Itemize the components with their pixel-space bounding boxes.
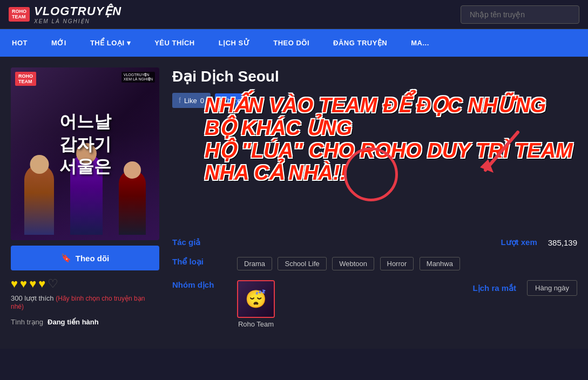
promo-arrow [469, 121, 534, 186]
arrow-overlay [469, 121, 534, 188]
views-label: Lượt xem [501, 238, 537, 247]
group-avatar[interactable]: 😴 [237, 280, 275, 318]
cover-title-kr: 어느날갑자기서울은 [54, 111, 117, 178]
star-1[interactable]: ♥ [11, 277, 18, 291]
svg-line-0 [485, 132, 518, 170]
tag-schoollife[interactable]: School Life [278, 257, 326, 270]
facebook-icon: f [179, 96, 181, 105]
nav-hot[interactable]: HOT [0, 29, 39, 57]
overlay-promo: NHẤN VÀO TEAM ĐỂ ĐỌC NHỮNG BỘ KHÁC ỦNG H… [205, 94, 577, 185]
star-5[interactable]: ♡ [48, 277, 58, 291]
genre-label: Thể loại [172, 257, 226, 267]
svg-marker-1 [480, 159, 494, 173]
star-3[interactable]: ♥ [29, 277, 36, 291]
like-label: Like [184, 97, 197, 105]
like-count: 0 [200, 97, 204, 105]
nav-dangtruyện[interactable]: ĐĂNG TRUYỆN [321, 29, 399, 57]
group-avatar-inner: 😴 [238, 281, 274, 317]
status-label: Tình trạng [11, 318, 43, 326]
nav-moi[interactable]: MỚI [39, 29, 78, 57]
logo[interactable]: ROHOTEAM VLOGTRUYỆN XEM LÀ NGHIỆN [9, 4, 121, 24]
left-panel: ROHOTEAM VLOGTRUYỆNXEM LÀ NGHIỆN 어느날갑자기서… [11, 67, 159, 338]
nav-theloai[interactable]: THỂ LOẠI [78, 29, 143, 57]
nav-more[interactable]: MA... [399, 29, 441, 57]
schedule-label: Lịch ra mắt [473, 283, 517, 293]
share-button[interactable]: Share [215, 93, 249, 108]
rating-stars[interactable]: ♥ ♥ ♥ ♥ ♡ [11, 277, 159, 291]
social-bar: f Like 0 Share [172, 93, 577, 108]
status-value: Đang tiến hành [48, 318, 99, 326]
rating-info: 300 lượt thích (Hãy bình chọn cho truyện… [11, 294, 159, 310]
manga-cover: ROHOTEAM VLOGTRUYỆNXEM LÀ NGHIỆN 어느날갑자기서… [11, 67, 159, 240]
star-2[interactable]: ♥ [20, 277, 27, 291]
manga-title: Đại Dịch Seoul [172, 67, 577, 85]
logo-tag-text: ROHOTEAM [12, 9, 26, 20]
header: ROHOTEAM VLOGTRUYỆN XEM LÀ NGHIỆN [0, 0, 588, 29]
meta-row-genre: Thể loại Drama School Life Webtoon Horro… [172, 257, 577, 270]
cover-label-vlog: VLOGTRUYỆNXEM LÀ NGHIỆN [121, 72, 155, 83]
tag-horror[interactable]: Horror [380, 257, 414, 270]
meta-row-group: Nhóm dịch 😴 Roho Team Lịch ra mắt Hàng n… [172, 280, 577, 328]
search-input[interactable] [461, 5, 579, 24]
status-row: Tình trạng Đang tiến hành [11, 318, 159, 326]
like-button[interactable]: f Like 0 [172, 93, 211, 108]
logo-text-block: VLOGTRUYỆN XEM LÀ NGHIỆN [34, 4, 121, 24]
tag-manhwa[interactable]: Manhwa [420, 257, 460, 270]
cover-label-roho: ROHOTEAM [15, 72, 36, 86]
star-4[interactable]: ♥ [38, 277, 45, 291]
overlay-line2: HỘ "LÚA" CHO ROHO DUY TRÌ TEAM NHA CẢ NH… [205, 140, 577, 185]
views-value: 385,139 [548, 238, 577, 247]
meta-row-author: Tác giả Lượt xem 385,139 [172, 238, 577, 247]
meta-section: Tác giả Lượt xem 385,139 Thể loại Drama … [172, 238, 577, 328]
follow-label: Theo dõi [76, 254, 110, 263]
red-circle-highlight [344, 147, 398, 201]
right-panel: Đại Dịch Seoul f Like 0 Share NHẤN VÀO T… [172, 67, 577, 338]
nav-yeuthich[interactable]: YÊU THÍCH [143, 29, 207, 57]
author-label: Tác giả [172, 238, 226, 247]
rating-count: 300 lượt thích [11, 294, 54, 302]
nav-theodoi[interactable]: THEO DÕI [261, 29, 321, 57]
main-content: ROHOTEAM VLOGTRUYỆNXEM LÀ NGHIỆN 어느날갑자기서… [0, 57, 588, 349]
logo-icon: ROHOTEAM [9, 7, 30, 22]
genre-tags: Drama School Life Webtoon Horror Manhwa [237, 257, 463, 270]
bookmark-icon: 🔖 [61, 253, 71, 263]
main-nav: HOT MỚI THỂ LOẠI YÊU THÍCH LỊCH SỬ THEO … [0, 29, 588, 57]
views-meta: Lượt xem 385,139 [501, 238, 577, 247]
tag-drama[interactable]: Drama [237, 257, 272, 270]
logo-main: VLOGTRUYỆN [34, 4, 121, 18]
group-label: Nhóm dịch [172, 280, 226, 290]
group-info[interactable]: 😴 Roho Team [237, 280, 275, 328]
schedule-value: Hàng ngày [527, 280, 577, 296]
nav-lichsu[interactable]: LỊCH SỬ [207, 29, 262, 57]
logo-sub: XEM LÀ NGHIỆN [34, 18, 121, 24]
tag-webtoon[interactable]: Webtoon [332, 257, 374, 270]
avatar-emoji: 😴 [245, 289, 267, 309]
follow-button[interactable]: 🔖 Theo dõi [11, 246, 159, 270]
schedule-meta: Lịch ra mắt Hàng ngày [473, 280, 577, 296]
group-name: Roho Team [238, 320, 274, 328]
